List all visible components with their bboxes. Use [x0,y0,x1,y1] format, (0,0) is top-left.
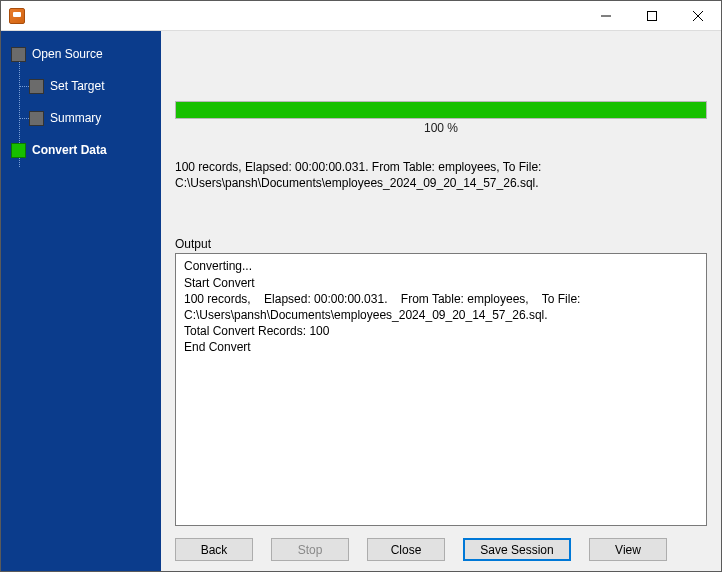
stop-button: Stop [271,538,349,561]
main-panel: 100 % 100 records, Elapsed: 00:00:00.031… [161,31,721,571]
close-button[interactable] [675,1,721,31]
titlebar [1,1,721,31]
status-line-1: 100 records, Elapsed: 00:00:00.031. From… [175,159,707,175]
progress-percent: 100 % [175,121,707,135]
sidebar-item-label: Open Source [32,47,103,61]
status-line-2: C:\Users\pansh\Documents\employees_2024_… [175,175,707,191]
step-icon [11,143,26,158]
button-bar: Back Stop Close Save Session View [175,526,707,561]
output-label: Output [175,237,707,251]
save-session-button[interactable]: Save Session [463,538,571,561]
sidebar-item-convert-data[interactable]: Convert Data [1,137,161,163]
progress-fill [176,102,706,118]
progress-bar [175,101,707,119]
close-button[interactable]: Close [367,538,445,561]
step-icon [29,79,44,94]
sidebar-item-set-target[interactable]: Set Target [1,73,161,99]
output-textarea[interactable]: Converting... Start Convert 100 records,… [175,253,707,526]
window-controls [583,1,721,31]
app-icon [9,8,25,24]
svg-rect-1 [648,12,657,21]
wizard-sidebar: Open Source Set Target Summary Convert D… [1,31,161,571]
sidebar-item-label: Convert Data [32,143,107,157]
sidebar-item-label: Summary [50,111,101,125]
status-text: 100 records, Elapsed: 00:00:00.031. From… [175,159,707,191]
sidebar-item-summary[interactable]: Summary [1,105,161,131]
back-button[interactable]: Back [175,538,253,561]
step-icon [29,111,44,126]
view-button[interactable]: View [589,538,667,561]
maximize-button[interactable] [629,1,675,31]
step-icon [11,47,26,62]
sidebar-item-label: Set Target [50,79,104,93]
sidebar-item-open-source[interactable]: Open Source [1,41,161,67]
minimize-button[interactable] [583,1,629,31]
